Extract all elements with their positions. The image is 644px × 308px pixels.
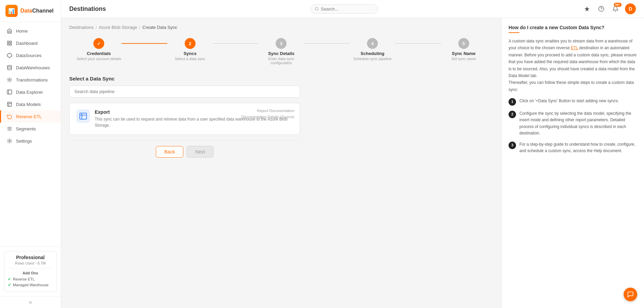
step-5-circle: 5 xyxy=(458,38,469,49)
step-2-circle: 2 xyxy=(185,38,196,49)
svg-rect-1 xyxy=(10,41,12,43)
addon-label: Managed Warehouse xyxy=(13,283,49,287)
help-icon[interactable] xyxy=(596,4,606,14)
sparkle-icon[interactable] xyxy=(582,4,592,14)
sync-card-export: Export This sync can be used to request … xyxy=(69,103,300,135)
segments-icon xyxy=(6,126,13,132)
sidebar-item-label: Segments xyxy=(16,126,36,131)
sidebar-logo: 📊 DataChannel xyxy=(0,0,61,22)
left-content: Destinations / Azure Blob Storage / Crea… xyxy=(61,18,501,308)
sidebar-nav: Home Dashboard DataSources DataWarehouse… xyxy=(0,22,61,247)
help-underline xyxy=(509,32,519,33)
sidebar-item-label: Transformations xyxy=(16,77,48,83)
sidebar-item-settings[interactable]: Settings xyxy=(0,135,61,147)
addon-managed-warehouse: ✔ Managed Warehouse xyxy=(8,283,53,287)
datawarehouses-icon xyxy=(6,65,13,71)
sidebar-item-transformations[interactable]: Transformations xyxy=(0,74,61,86)
chat-bubble[interactable] xyxy=(624,288,637,301)
next-button[interactable]: Next xyxy=(187,146,214,158)
step-5-sub: Set sync name xyxy=(451,57,476,61)
transformations-icon xyxy=(6,77,13,83)
datasources-icon xyxy=(6,52,13,58)
sidebar-item-label: Reverse ETL xyxy=(16,114,42,119)
sidebar-item-datawarehouses[interactable]: DataWarehouses xyxy=(0,61,61,74)
addons-title: Add Ons xyxy=(8,271,53,275)
step-line-4-5 xyxy=(395,43,441,44)
sidebar-item-data-explorer[interactable]: Data Explorer xyxy=(0,86,61,98)
sidebar-item-dashboard[interactable]: Dashboard xyxy=(0,37,61,49)
user-avatar[interactable]: D xyxy=(625,3,636,14)
notification-badge: 99+ xyxy=(614,3,622,7)
export-icon xyxy=(76,109,90,123)
help-title: How do I create a new Custom Data Sync? xyxy=(509,25,637,30)
sidebar-item-label: Data Explorer xyxy=(16,90,43,95)
addon-reverse-etl: ✔ Reverse ETL xyxy=(8,277,53,282)
search-input[interactable] xyxy=(321,6,373,12)
sidebar-item-label: DataSources xyxy=(16,53,41,58)
sidebar-item-reverse-etl[interactable]: Reverse ETL xyxy=(0,110,61,123)
sidebar-item-label: Data Models xyxy=(16,102,41,107)
svg-point-6 xyxy=(9,79,10,80)
help-steps: 1 Click on '+Data Sync' Button to start … xyxy=(509,98,637,154)
addon-label: Reverse ETL xyxy=(13,277,35,281)
step-num-2: 2 xyxy=(509,111,516,118)
back-button[interactable]: Back xyxy=(156,146,183,158)
step-text-1: Click on '+Data Sync' Button to start ad… xyxy=(519,98,637,106)
check-icon: ✔ xyxy=(8,283,11,287)
etl-link[interactable]: ETL xyxy=(571,46,578,50)
svg-rect-0 xyxy=(7,41,9,43)
logo-text: DataChannel xyxy=(20,8,54,14)
search-box[interactable] xyxy=(310,4,378,14)
sidebar-item-datasources[interactable]: DataSources xyxy=(0,49,61,61)
notifications-icon[interactable]: 99+ xyxy=(611,4,620,14)
topbar-right: 99+ D xyxy=(582,3,636,14)
dashboard-icon xyxy=(6,40,13,46)
breadcrumb-destinations[interactable]: Destinations xyxy=(69,25,94,30)
step-1-circle: ✓ xyxy=(93,38,104,49)
step-1-sub: Select your account details xyxy=(76,57,121,61)
step-1-label: Credentials xyxy=(87,51,111,56)
step-num-3: 3 xyxy=(509,142,516,149)
action-buttons: Back Next xyxy=(69,146,300,158)
step-4-label: Scheduling xyxy=(361,51,384,56)
step-2: 2 Syncs Select a data sync xyxy=(167,38,213,61)
search-icon xyxy=(315,6,319,11)
step-5-label: Sync Name xyxy=(452,51,476,56)
sidebar-item-home[interactable]: Home xyxy=(0,25,61,37)
pipeline-search-input[interactable] xyxy=(69,86,300,97)
main: Destinations 99+ D Destinations / xyxy=(61,0,644,308)
plan-name: Professional xyxy=(8,255,53,260)
step-num-1: 1 xyxy=(509,98,516,106)
steps-container: ✓ Credentials Select your account detail… xyxy=(69,38,493,65)
step-3-sub: Enter data sync configuration xyxy=(258,57,304,65)
step-2-sub: Select a data sync xyxy=(175,57,205,61)
sidebar-item-label: DataWarehouses xyxy=(16,65,50,70)
help-step-3: 3 For a step-by-step guide to understand… xyxy=(509,141,637,154)
divider xyxy=(69,140,300,141)
sidebar-item-segments[interactable]: Segments xyxy=(0,123,61,135)
help-step-2: 2 Configure the sync by selecting the da… xyxy=(509,110,637,137)
step-2-label: Syncs xyxy=(184,51,197,56)
help-intro: A custom data sync enables you to stream… xyxy=(509,38,637,93)
sidebar-bottom: Professional Rows Used - 8.7M Add Ons ✔ … xyxy=(0,247,61,296)
doc-details-link[interactable]: Documentation Details (Source) xyxy=(241,114,294,120)
collapse-button[interactable]: « xyxy=(0,296,61,308)
step-line-1-2 xyxy=(122,43,167,44)
step-line-2-3 xyxy=(213,43,258,44)
sidebar: 📊 DataChannel Home Dashboard DataSources xyxy=(0,0,61,308)
breadcrumb-azure[interactable]: Azure Blob Storage xyxy=(99,25,137,30)
plan-card: Professional Rows Used - 8.7M Add Ons ✔ … xyxy=(4,251,57,292)
svg-marker-4 xyxy=(7,53,12,57)
svg-point-16 xyxy=(315,7,318,10)
step-3-circle: 3 xyxy=(276,38,287,49)
step-3: 3 Sync Details Enter data sync configura… xyxy=(258,38,304,65)
sync-card-links: Report Documentation Documentation Detai… xyxy=(241,108,294,120)
page-title: Destinations xyxy=(69,5,106,13)
step-1: ✓ Credentials Select your account detail… xyxy=(76,38,122,61)
settings-icon xyxy=(6,138,13,144)
step-3-label: Sync Details xyxy=(268,51,294,56)
sidebar-item-label: Dashboard xyxy=(16,41,38,46)
sidebar-item-data-models[interactable]: Data Models xyxy=(0,98,61,110)
report-doc-link[interactable]: Report Documentation xyxy=(241,108,294,114)
sidebar-item-label: Home xyxy=(16,29,28,34)
